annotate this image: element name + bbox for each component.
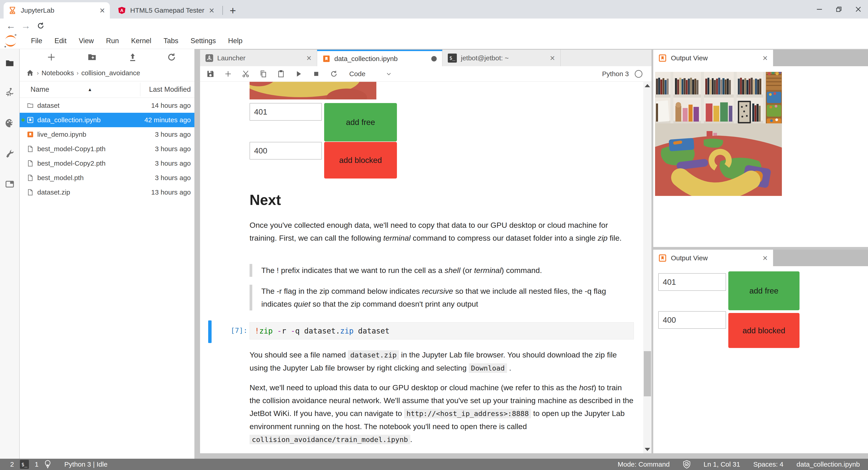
terminals-count[interactable]: 2 bbox=[10, 461, 14, 468]
code-cell-editor[interactable]: !zip -r -q dataset.zip dataset bbox=[250, 322, 634, 339]
restart-kernel-icon[interactable] bbox=[330, 70, 338, 78]
tab-close-icon[interactable]: × bbox=[550, 54, 555, 62]
file-name: dataset.zip bbox=[37, 188, 70, 196]
scroll-down-icon[interactable] bbox=[645, 448, 650, 451]
reload-icon[interactable] bbox=[34, 19, 48, 33]
paste-icon[interactable] bbox=[277, 70, 285, 78]
stop-icon[interactable] bbox=[312, 70, 320, 78]
free-count-input[interactable] bbox=[250, 103, 322, 121]
breadcrumb-notebooks[interactable]: Notebooks bbox=[41, 69, 74, 77]
file-row-dataset[interactable]: dataset 14 hours ago bbox=[20, 98, 194, 113]
blocked-count-input[interactable] bbox=[250, 142, 322, 159]
notebook-content[interactable]: add free add blocked Next Once you've co… bbox=[200, 82, 651, 453]
refresh-icon[interactable] bbox=[166, 52, 177, 62]
menu-run[interactable]: Run bbox=[100, 37, 125, 45]
file-row-best-model-copy2[interactable]: best_model-Copy2.pth 3 hours ago bbox=[20, 156, 194, 170]
unsaved-changes-dot[interactable] bbox=[431, 56, 437, 61]
browser-tab-gamepad[interactable]: A HTML5 Gamepad Tester × bbox=[113, 2, 219, 19]
home-icon[interactable] bbox=[26, 69, 34, 77]
spaces-indicator[interactable]: Spaces: 4 bbox=[753, 461, 783, 468]
breadcrumb-collision-avoidance[interactable]: collision_avoidance bbox=[81, 69, 140, 77]
file-row-dataset-zip[interactable]: dataset.zip 13 hours ago bbox=[20, 185, 194, 199]
copy-icon[interactable] bbox=[259, 70, 268, 78]
open-tabs-icon[interactable] bbox=[5, 179, 15, 189]
menu-edit[interactable]: Edit bbox=[49, 37, 72, 45]
menu-tabs[interactable]: Tabs bbox=[158, 37, 184, 45]
add-blocked-button[interactable]: add blocked bbox=[324, 142, 397, 179]
notebook-scrollbar[interactable] bbox=[643, 82, 651, 453]
menu-kernel[interactable]: Kernel bbox=[125, 37, 158, 45]
notebook-toolbar: Code Python 3 bbox=[200, 66, 651, 82]
trust-shield-icon[interactable] bbox=[683, 460, 690, 469]
column-name[interactable]: Name bbox=[31, 86, 49, 94]
free-count-input[interactable] bbox=[658, 273, 726, 291]
launcher-icon bbox=[206, 54, 213, 62]
browser-tab-jupyterlab[interactable]: JupyterLab × bbox=[4, 2, 110, 19]
new-launcher-plus-icon[interactable] bbox=[46, 52, 56, 62]
file-row-best-model-copy1[interactable]: best_model-Copy1.pth 3 hours ago bbox=[20, 142, 194, 156]
breadcrumb-separator: › bbox=[37, 70, 39, 76]
tab-output-view-bottom[interactable]: Output View × bbox=[653, 250, 773, 266]
tab-output-view-top[interactable]: Output View × bbox=[653, 50, 773, 66]
output-view-bottom-panel: Output View × add free add blocked bbox=[653, 250, 868, 453]
file-browser-panel: › Notebooks › collision_avoidance Name ▲… bbox=[20, 49, 194, 459]
kernels-count[interactable]: 1 bbox=[35, 461, 39, 468]
file-browser-icon[interactable] bbox=[5, 58, 15, 68]
window-restore-button[interactable] bbox=[829, 0, 848, 19]
scrollbar-thumb[interactable] bbox=[644, 351, 651, 396]
output-view-bottom-content: add free add blocked bbox=[653, 267, 868, 453]
kernel-name[interactable]: Python 3 bbox=[602, 70, 629, 78]
scroll-up-icon[interactable] bbox=[645, 84, 650, 87]
file-row-best-model[interactable]: best_model.pth 3 hours ago bbox=[20, 170, 194, 185]
menu-settings[interactable]: Settings bbox=[184, 37, 222, 45]
tab-close-icon[interactable]: × bbox=[763, 254, 768, 262]
file-list-header[interactable]: Name ▲ Last Modified bbox=[20, 81, 194, 98]
cell-type-dropdown[interactable]: Code bbox=[349, 70, 366, 78]
blocked-count-input[interactable] bbox=[658, 311, 726, 329]
file-row-data-collection[interactable]: data_collection.ipynb 42 minutes ago bbox=[20, 113, 194, 127]
tab-label: jetbot@jetbot: ~ bbox=[461, 54, 508, 62]
tab-close-icon[interactable]: × bbox=[763, 54, 768, 62]
tab-launcher[interactable]: Launcher × bbox=[200, 50, 317, 66]
kernel-sessions-icon bbox=[44, 460, 51, 469]
cut-icon[interactable] bbox=[242, 70, 250, 78]
kernel-status-icon[interactable] bbox=[635, 70, 643, 78]
tab-close-icon[interactable]: × bbox=[209, 6, 214, 15]
jupyter-hourglass-favicon bbox=[8, 6, 16, 14]
window-close-button[interactable] bbox=[848, 0, 868, 19]
tab-terminal[interactable]: $_ jetbot@jetbot: ~ × bbox=[442, 50, 561, 66]
menu-file[interactable]: File bbox=[25, 37, 49, 45]
window-minimize-button[interactable] bbox=[810, 0, 829, 19]
property-inspector-wrench-icon[interactable] bbox=[5, 149, 15, 159]
save-icon[interactable] bbox=[206, 70, 215, 78]
new-tab-button[interactable]: + bbox=[225, 3, 240, 18]
chevron-down-icon[interactable] bbox=[386, 71, 392, 77]
running-sessions-icon[interactable] bbox=[5, 87, 15, 97]
commands-palette-icon[interactable] bbox=[5, 118, 15, 128]
cursor-position[interactable]: Ln 1, Col 31 bbox=[704, 461, 740, 468]
column-last-modified[interactable]: Last Modified bbox=[149, 86, 191, 94]
menu-help[interactable]: Help bbox=[222, 37, 249, 45]
add-cell-icon[interactable] bbox=[224, 70, 232, 78]
file-modified: 3 hours ago bbox=[155, 145, 191, 153]
forward-icon[interactable]: → bbox=[19, 19, 33, 33]
file-row-live-demo[interactable]: live_demo.ipynb 3 hours ago bbox=[20, 127, 194, 142]
status-bar: 2 $_ 1 Python 3 | Idle Mode: Command Ln … bbox=[0, 459, 868, 470]
kernel-status[interactable]: Python 3 | Idle bbox=[64, 461, 107, 468]
add-blocked-button[interactable]: add blocked bbox=[728, 313, 800, 348]
file-name: dataset bbox=[37, 102, 59, 109]
run-icon[interactable] bbox=[294, 70, 303, 78]
new-folder-icon[interactable] bbox=[87, 52, 97, 62]
tab-data-collection[interactable]: data_collection.ipynb bbox=[317, 50, 442, 66]
upload-icon[interactable] bbox=[128, 52, 138, 62]
menu-view[interactable]: View bbox=[72, 37, 100, 45]
mode-indicator[interactable]: Mode: Command bbox=[618, 461, 670, 468]
file-icon bbox=[27, 189, 34, 196]
active-file-name[interactable]: data_collection.ipynb bbox=[797, 461, 860, 468]
add-free-button[interactable]: add free bbox=[728, 271, 800, 310]
back-icon[interactable]: ← bbox=[4, 19, 18, 33]
tab-close-icon[interactable]: × bbox=[307, 54, 311, 62]
tab-close-icon[interactable]: × bbox=[100, 6, 105, 15]
add-free-button[interactable]: add free bbox=[324, 103, 397, 142]
left-activity-bar bbox=[0, 49, 20, 459]
